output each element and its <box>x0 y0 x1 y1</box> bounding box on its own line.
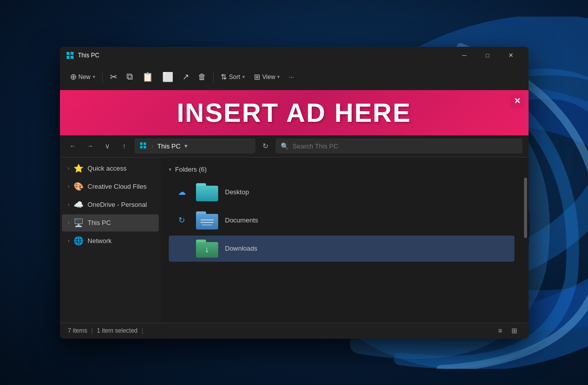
svg-rect-8 <box>144 142 146 145</box>
search-icon: 🔍 <box>281 142 289 150</box>
downloads-folder-name: Downloads <box>225 245 257 252</box>
sort-button[interactable]: ⇅ Sort ▾ <box>217 68 249 86</box>
scroll-indicator[interactable] <box>522 158 529 323</box>
address-path: This PC <box>157 142 180 150</box>
new-button[interactable]: ⊕ New ▾ <box>66 68 99 86</box>
title-bar: This PC ─ □ ✕ <box>60 47 529 64</box>
selected-info: 1 item selected <box>97 327 138 334</box>
view-button[interactable]: ⊞ View ▾ <box>250 68 284 86</box>
more-button[interactable]: ··· <box>285 68 298 86</box>
desktop-folder-icon <box>195 182 219 202</box>
minimize-button[interactable]: ─ <box>453 47 476 64</box>
folder-item-downloads[interactable]: ↓ Downloads <box>169 236 514 262</box>
copy-button[interactable]: ⧉ <box>122 68 137 86</box>
sidebar-label-onedrive: OneDrive - Personal <box>88 201 147 208</box>
status-separator-2: | <box>142 327 143 334</box>
svg-rect-9 <box>140 146 143 148</box>
cut-icon: ✂ <box>110 71 117 83</box>
grid-view-button[interactable]: ⊞ <box>508 325 520 337</box>
toolbar-separator-2 <box>213 71 214 83</box>
svg-rect-6 <box>71 56 74 59</box>
status-view-controls: ≡ ⊞ <box>494 325 520 337</box>
new-chevron-icon: ▾ <box>93 74 95 80</box>
svg-rect-3 <box>67 52 70 55</box>
sidebar-chevron-quick-access: › <box>68 166 70 171</box>
status-bar: 7 items | 1 item selected | ≡ ⊞ <box>60 323 529 339</box>
sidebar-item-creative-cloud[interactable]: › 🎨 Creative Cloud Files <box>62 178 159 195</box>
downloads-folder-icon: ↓ <box>195 239 219 259</box>
sidebar-label-network: Network <box>88 237 112 245</box>
new-icon: ⊕ <box>70 72 77 82</box>
folder-item-documents[interactable]: ↻ Documents <box>169 207 514 234</box>
desktop-folder-name: Desktop <box>225 188 249 196</box>
list-view-button[interactable]: ≡ <box>494 325 506 337</box>
nav-up-button[interactable]: ↑ <box>117 139 132 153</box>
nav-forward-button[interactable]: → <box>83 139 97 153</box>
section-header: ▾ Folders (6) <box>169 166 514 173</box>
address-bar: ← → ∨ ↑ › This PC ▾ ↻ 🔍 <box>60 135 529 158</box>
toolbar-separator-1 <box>102 71 103 83</box>
sort-chevron-icon: ▾ <box>242 74 245 80</box>
onedrive-icon: ☁️ <box>74 200 84 209</box>
svg-rect-5 <box>67 56 70 59</box>
ad-close-button[interactable]: ✕ <box>510 94 525 108</box>
sidebar-chevron-onedrive: › <box>68 202 70 207</box>
window-icon <box>66 51 74 59</box>
this-pc-icon: 🖥️ <box>74 218 84 227</box>
delete-button[interactable]: 🗑 <box>194 68 210 86</box>
search-input[interactable] <box>293 142 517 150</box>
nav-down-button[interactable]: ∨ <box>100 139 114 153</box>
share-button[interactable]: ↗ <box>178 68 193 86</box>
documents-folder-name: Documents <box>225 216 258 224</box>
main-content: › ⭐ Quick access › 🎨 Creative Cloud File… <box>60 158 529 323</box>
maximize-button[interactable]: □ <box>476 47 499 64</box>
sidebar-item-this-pc[interactable]: › 🖥️ This PC <box>62 214 159 232</box>
content-area: ▾ Folders (6) ☁ Desktop <box>161 158 522 323</box>
grid-view-icon: ⊞ <box>511 327 517 335</box>
creative-cloud-icon: 🎨 <box>74 182 84 191</box>
address-separator: › <box>152 143 154 149</box>
scroll-thumb <box>524 178 527 238</box>
new-label: New <box>79 73 91 81</box>
documents-sync-icon: ↻ <box>178 215 185 225</box>
delete-icon: 🗑 <box>198 72 206 82</box>
address-input[interactable]: › This PC ▾ <box>135 138 255 153</box>
share-icon: ↗ <box>182 72 189 82</box>
view-label: View <box>263 73 276 81</box>
view-icon: ⊞ <box>254 72 260 82</box>
sort-icon: ⇅ <box>221 72 227 82</box>
section-chevron-icon: ▾ <box>169 167 171 172</box>
nav-back-button[interactable]: ← <box>66 139 80 153</box>
status-separator-1: | <box>91 327 93 334</box>
toolbar: ⊕ New ▾ ✂ ⧉ 📋 ⬜ ↗ 🗑 ⇅ Sort ▾ ⊞ <box>60 64 529 90</box>
sidebar-label-quick-access: Quick access <box>88 165 126 172</box>
sidebar-chevron-this-pc: › <box>68 220 70 225</box>
sidebar-label-creative-cloud: Creative Cloud Files <box>88 183 147 190</box>
file-explorer-window: This PC ─ □ ✕ ⊕ New ▾ ✂ ⧉ 📋 ⬜ ↗ 🗑 <box>60 47 529 339</box>
sidebar-item-quick-access[interactable]: › ⭐ Quick access <box>62 160 159 177</box>
window-title: This PC <box>78 52 453 59</box>
more-icon: ··· <box>289 73 294 81</box>
svg-rect-10 <box>144 146 146 148</box>
copy-icon: ⧉ <box>126 71 133 82</box>
ad-text: INSERT AD HERE <box>177 98 411 128</box>
rename-button[interactable]: ⬜ <box>158 68 177 86</box>
network-icon: 🌐 <box>74 236 84 246</box>
paste-button[interactable]: 📋 <box>138 68 157 86</box>
folder-grid: ☁ Desktop ↻ <box>169 179 514 262</box>
close-button[interactable]: ✕ <box>499 47 522 64</box>
quick-access-icon: ⭐ <box>74 164 84 173</box>
sidebar-item-onedrive[interactable]: › ☁️ OneDrive - Personal <box>62 196 159 213</box>
sort-label: Sort <box>229 73 240 81</box>
search-bar[interactable]: 🔍 <box>276 138 522 153</box>
sidebar-item-network[interactable]: › 🌐 Network <box>62 233 159 250</box>
svg-rect-4 <box>71 52 74 55</box>
window-controls: ─ □ ✕ <box>453 47 522 64</box>
section-label: Folders (6) <box>175 166 207 173</box>
sidebar-chevron-creative-cloud: › <box>68 184 70 189</box>
refresh-button[interactable]: ↻ <box>258 139 273 153</box>
folder-item-desktop[interactable]: ☁ Desktop <box>169 179 514 205</box>
documents-folder-icon <box>195 210 219 230</box>
cut-button[interactable]: ✂ <box>106 68 121 86</box>
svg-rect-7 <box>140 142 143 145</box>
